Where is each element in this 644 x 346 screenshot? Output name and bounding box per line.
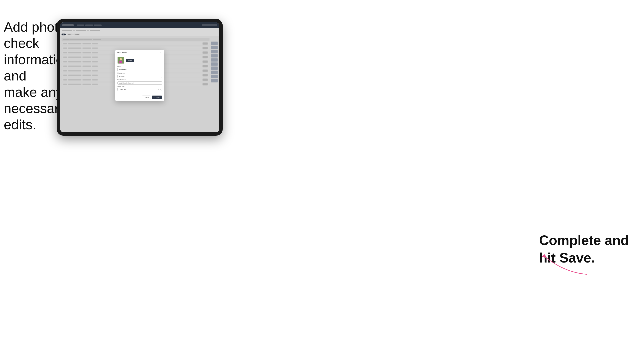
upload-photo-button[interactable]: Upload xyxy=(126,59,134,62)
tablet-screen: All Active Inactive xyxy=(60,22,219,132)
user-photo-thumbnail xyxy=(118,57,124,64)
annotation-right-line2: hit Save. xyxy=(539,250,595,265)
modal-body: Upload Name Display name xyxy=(115,55,164,94)
annotation-line4: necessary edits. xyxy=(4,101,66,132)
tablet-device: All Active Inactive xyxy=(56,19,223,136)
modal-title: User details xyxy=(118,52,127,53)
name-label: Name xyxy=(118,66,162,67)
cancel-button[interactable]: Cancel xyxy=(142,96,151,99)
name-input[interactable] xyxy=(118,68,162,71)
svg-point-4 xyxy=(119,60,122,63)
school-year-dropdown-icon[interactable]: ⌄ xyxy=(160,88,161,90)
app-background: All Active Inactive xyxy=(60,22,219,132)
photo-section: Upload xyxy=(118,57,162,64)
annotation-line3: make any xyxy=(4,85,63,100)
email-label: Email address xyxy=(118,79,162,80)
school-year-field-group: School Year ✕ ⌄ xyxy=(118,86,162,91)
annotation-right: Complete and hit Save. xyxy=(539,232,629,267)
display-name-label: Display name xyxy=(118,72,162,74)
email-field-group: Email address xyxy=(118,79,162,85)
user-photo-svg xyxy=(118,57,124,63)
svg-point-3 xyxy=(120,58,122,60)
school-year-input[interactable] xyxy=(118,88,162,91)
email-input[interactable] xyxy=(118,81,162,85)
save-button[interactable]: ⬆ Save xyxy=(152,96,162,99)
school-year-clear-icon[interactable]: ✕ xyxy=(158,88,160,90)
school-year-label: School Year xyxy=(118,86,162,87)
modal-footer: Cancel ⬆ Save xyxy=(115,94,164,101)
modal-overlay: User details × xyxy=(60,22,219,132)
school-year-controls: ✕ ⌄ xyxy=(158,88,161,90)
save-icon: ⬆ xyxy=(154,97,156,98)
display-name-field-group: Display name xyxy=(118,72,162,78)
display-name-input[interactable] xyxy=(118,75,162,78)
modal-close-button[interactable]: × xyxy=(160,51,162,54)
modal-header: User details × xyxy=(115,50,164,55)
name-field-group: Name xyxy=(118,66,162,71)
annotation-right-line1: Complete and xyxy=(539,233,629,248)
user-details-modal: User details × xyxy=(115,50,164,101)
save-button-label: Save xyxy=(156,97,160,98)
school-year-wrapper: ✕ ⌄ xyxy=(118,88,162,91)
